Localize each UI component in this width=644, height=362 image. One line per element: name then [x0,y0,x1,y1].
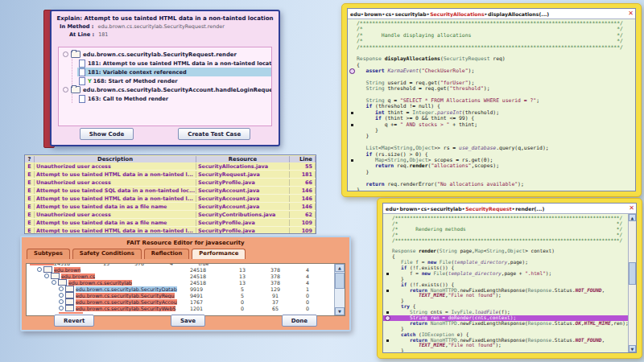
breadcrumb-item[interactable]: securitylab [395,11,427,17]
code-line: } [348,128,635,134]
resource-tree-row[interactable]: edu.brown.cs.securitylab.SecurityWebS120… [28,305,345,311]
tree-node[interactable]: edu.brown.cs.securitylab.SecurityAccount… [63,85,271,94]
tree-item[interactable]: Y168: Start of Method render [77,76,271,85]
breadcrumb-item[interactable]: cs [421,206,427,212]
gutter [383,348,392,352]
expand-handle-icon[interactable] [52,280,56,285]
show-code-button[interactable]: Show Code [80,128,134,140]
gutter [348,152,357,158]
breadcrumb-item[interactable]: cs [386,11,391,17]
tab-subtypes[interactable]: Subtypes [27,249,70,259]
breadcrumb-item[interactable]: brown [365,11,382,17]
explain-title: Explain: Attempt to use tainted HTML dat… [52,15,279,22]
table-row[interactable]: EAttempt to use tainted HTML data in a n… [25,171,316,179]
breadcrumb: edu▸brown▸cs▸securitylab▸SecurityRequest… [383,204,636,214]
resource-tree-row[interactable]: edu.brown24518133784true [28,266,345,273]
gutter [348,39,357,44]
tab-performance[interactable]: Performance [192,249,246,259]
resource-value: 5 [227,293,258,298]
table-row[interactable]: EAttempt to use tainted SQL data in a no… [25,187,316,195]
expand-handle-icon[interactable] [59,286,64,291]
tree-item[interactable]: 181: Variable context referenced [77,68,271,76]
scrollbar-thumb[interactable] [629,262,636,285]
expand-handle-icon[interactable] [37,267,42,272]
scroll-down-icon[interactable]: ▼ [335,307,345,315]
code-line: } [348,170,635,175]
code-text: } [392,348,404,352]
close-icon[interactable]: ✕ [629,204,634,212]
at-line-value: 181 [98,31,108,38]
resource-tree-row[interactable]: edu.brown.cs.securitylab.SecurityAccou17… [28,298,345,305]
table-row[interactable]: EAttempt to use tainted data in as a fil… [25,219,316,227]
code-line: } [383,298,636,304]
close-icon[interactable]: ✕ [628,10,634,17]
gutter [383,298,392,304]
table-cell: 146 [290,204,316,210]
expand-handle-icon[interactable] [59,306,64,311]
expand-handle-icon[interactable] [59,299,64,304]
code-area[interactable]: /***************************************… [383,214,636,352]
breakpoint-icon[interactable] [349,68,355,74]
table-cell: Attempt to use tainted HTML data in a no… [35,171,196,178]
column-header-line[interactable]: Line [290,156,316,162]
resource-value: 13 [227,280,258,286]
column-header-item[interactable]: ? [25,156,35,162]
tab-reflection[interactable]: Reflection [144,249,190,259]
code-line: Response render(String page,Map<String,O… [383,249,636,254]
column-header-resource[interactable]: Resource [196,156,290,162]
breadcrumb-separator-icon: ▸ [361,11,364,16]
expand-handle-icon[interactable] [63,51,68,57]
table-row[interactable]: EAttempt to use tainted HTML data in a n… [25,195,316,203]
tree-node-label: edu.brown.cs.securitylab.SecurityAccount… [83,87,272,93]
table-row[interactable]: EUnauthorized user accessSecurityProfile… [25,179,316,187]
resource-tree-row[interactable]: edu.brown.cs.securitylab.SecurityRequ949… [28,292,345,298]
scrollbar-thumb[interactable] [335,273,345,289]
resource-tree-row[interactable]: edu.brown.cs24518133784true [28,273,345,279]
breadcrumb-item[interactable]: render(...) [515,206,544,212]
gutter [348,170,357,175]
expand-handle-icon[interactable] [44,274,49,278]
table-row[interactable]: EAttempt to use tainted HTML data in a n… [25,227,316,234]
breadcrumb-item[interactable]: SecurityAllocations [430,11,484,17]
table-cell: 146 [290,187,316,194]
code-area[interactable]: /***************************************… [348,19,635,191]
resource-tree-row[interactable] [28,311,345,314]
column-header-description[interactable]: Description [35,156,196,162]
revert-button[interactable]: Revert [54,315,94,327]
scroll-down-icon[interactable]: ▼ [629,345,636,352]
breadcrumb-item[interactable]: edu [386,206,396,212]
table-row[interactable]: EUnauthorized user accessSecurityAllocat… [25,162,316,171]
problems-table-header: ?DescriptionResourceLine [25,155,316,162]
scroll-up-icon[interactable]: ▲ [629,214,636,221]
code-line: f = new File(template_directory,page + "… [383,271,636,277]
save-button[interactable]: Save [171,315,205,327]
gutter [348,98,357,104]
document-icon [79,60,85,68]
expand-handle-icon[interactable] [63,87,68,93]
table-row[interactable]: EUnauthorized user accessSecurityContrib… [25,211,316,219]
create-test-case-button[interactable]: Create Test Case [178,128,250,140]
breadcrumb-item[interactable]: SecurityRequest [465,206,512,212]
breadcrumb-item[interactable]: securitylab [431,206,462,212]
code-text: f = new File(template_directory,page + "… [392,271,551,277]
breadcrumb-item[interactable]: displayAllocations(...) [488,11,549,17]
tree-node[interactable]: edu.brown.cs.securitylab.SecurityRequest… [63,50,271,59]
code-line: } [348,134,635,139]
resource-tree-row[interactable]: 24518133784true [28,264,345,266]
resource-tree-row[interactable]: edu.brown.cs.securitylab24518133784true [28,279,345,286]
fait-scrollbar[interactable]: ▲ ▼ [334,264,345,315]
resource-tree-row[interactable]: edu.brown.cs.securitylab.SecurityDatab99… [28,286,345,292]
resource-value: 91 [258,293,293,298]
table-row[interactable]: EAttempt to use tainted data in as a fil… [25,203,316,211]
tree-item[interactable]: 181: Attempt to use tainted HTML data in… [77,59,271,68]
gutter [383,327,392,332]
tab-safety-conditions[interactable]: Safety Conditions [72,249,142,259]
expand-handle-icon[interactable] [59,293,64,298]
done-button[interactable]: Done [282,315,317,327]
resource-value: 4 [293,274,322,279]
tree-item[interactable]: 163: Call to Method render [77,94,271,103]
editor-scrollbar[interactable]: ▲ ▼ [628,214,636,352]
breadcrumb-item[interactable]: edu [350,11,361,17]
resource-value: 13 [227,274,258,279]
breadcrumb-item[interactable]: brown [400,206,418,212]
